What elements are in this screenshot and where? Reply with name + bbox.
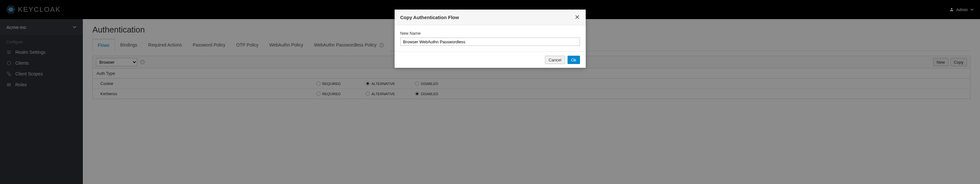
new-name-input[interactable] xyxy=(400,38,580,46)
modal-title: Copy Authentication Flow xyxy=(400,15,459,20)
modal-body: New Name xyxy=(395,25,586,52)
modal-header: Copy Authentication Flow ✕ xyxy=(395,10,586,25)
cancel-button[interactable]: Cancel xyxy=(545,56,565,64)
copy-flow-modal: Copy Authentication Flow ✕ New Name Canc… xyxy=(395,10,586,68)
ok-button[interactable]: Ok xyxy=(568,56,580,64)
modal-backdrop[interactable]: Copy Authentication Flow ✕ New Name Canc… xyxy=(0,0,980,184)
close-icon[interactable]: ✕ xyxy=(574,14,580,21)
new-name-label: New Name xyxy=(400,31,580,36)
modal-footer: Cancel Ok xyxy=(395,52,586,68)
